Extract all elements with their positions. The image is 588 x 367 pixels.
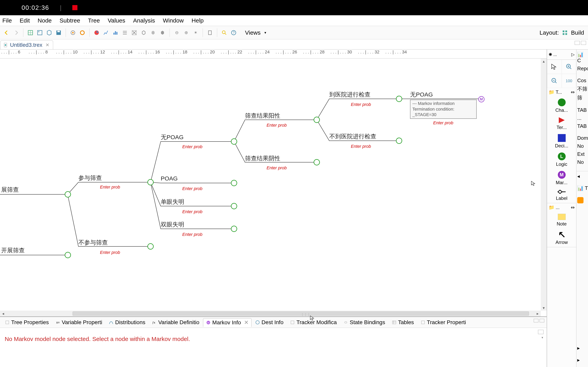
tb-m1[interactable]: ⊖ <box>173 29 181 37</box>
zoom-in-tool[interactable] <box>562 60 576 74</box>
chance-node-icon[interactable] <box>231 226 237 232</box>
node-root1[interactable]: 展筛查 <box>1 186 19 194</box>
tab-tree-properties[interactable]: Tree Properties <box>2 318 52 327</box>
close-tab-icon[interactable]: ✕ <box>45 42 49 48</box>
node-n10[interactable]: 不到医院进行检查 <box>329 133 376 141</box>
search-icon[interactable] <box>220 29 228 37</box>
menu-values[interactable]: Values <box>108 17 125 24</box>
node-n8[interactable]: 筛查结果阴性 <box>245 154 280 162</box>
chance-node-icon[interactable] <box>231 203 237 209</box>
menu-file[interactable]: File <box>2 17 12 24</box>
node-n5[interactable]: 单眼失明 <box>161 198 184 206</box>
tab-dest-info[interactable]: Dest Info <box>252 318 286 327</box>
tb-icon-1[interactable] <box>26 29 34 37</box>
enter-prob[interactable]: Enter prob <box>182 144 202 149</box>
markov-info-box[interactable]: --- Markov information Termination condi… <box>410 100 477 119</box>
pointer-tool[interactable] <box>547 60 562 74</box>
tb-icon-r1[interactable] <box>69 29 77 37</box>
menu-node[interactable]: Node <box>38 17 52 24</box>
maximize-pane-icon[interactable] <box>581 41 586 45</box>
palette-note[interactable]: Note <box>547 212 576 229</box>
tb-icon-3[interactable] <box>45 29 53 37</box>
tab-distributions[interactable]: Distributions <box>106 318 148 327</box>
tb-chart-2[interactable] <box>102 29 110 37</box>
tab-variable-properties[interactable]: x=Variable Properti <box>52 318 105 327</box>
menu-window[interactable]: Window <box>163 17 184 24</box>
tab-tables[interactable]: Tables <box>389 318 417 327</box>
enter-prob[interactable]: Enter prob <box>182 232 202 237</box>
right-c[interactable]: C <box>577 58 581 63</box>
tb-icon-2[interactable] <box>36 29 44 37</box>
right-t[interactable]: T <box>585 185 588 191</box>
chance-node-icon[interactable] <box>231 180 237 186</box>
zoom-out-tool[interactable] <box>547 74 562 88</box>
palette-terminal[interactable]: Ter... <box>547 115 576 132</box>
right-tab2[interactable]: TAB <box>577 123 587 129</box>
enter-prob[interactable]: Enter prob <box>433 120 453 125</box>
tb-chart-1[interactable] <box>93 29 101 37</box>
enter-prob[interactable]: Enter prob <box>267 123 287 128</box>
maximize-icon[interactable] <box>540 319 544 322</box>
palette-arrow[interactable]: Arrow <box>547 229 576 247</box>
right-repo[interactable]: Repo <box>577 66 588 72</box>
enter-prob[interactable]: Enter prob <box>351 144 371 149</box>
panel-menu-icon[interactable] <box>538 330 544 334</box>
save-button[interactable] <box>55 29 62 37</box>
enter-prob[interactable]: Enter prob <box>182 186 202 191</box>
minimize-pane-icon[interactable] <box>575 41 580 45</box>
expand-icon-2[interactable]: ▸ <box>577 357 580 363</box>
chance-node-icon[interactable] <box>231 138 237 145</box>
tb-icon-r2[interactable] <box>78 29 86 37</box>
menu-help[interactable]: Help <box>191 17 204 24</box>
chance-node-icon[interactable] <box>65 191 71 198</box>
palette-decision[interactable]: Deci... <box>547 132 576 150</box>
enter-prob[interactable]: Enter prob <box>100 184 120 190</box>
tab-state-bindings[interactable]: State Bindings <box>340 318 388 327</box>
horizontal-scrollbar[interactable]: ◂ ⋮⋮⋮ ▸ <box>0 311 541 317</box>
zoom-100-tool[interactable]: 100 <box>562 74 576 88</box>
expand-icon[interactable]: ▸ <box>577 345 580 351</box>
chance-node-icon[interactable] <box>147 243 154 250</box>
tb-cube-1[interactable] <box>140 29 147 37</box>
chance-node-icon[interactable] <box>65 252 71 258</box>
tree-canvas[interactable]: 展筛查 开展筛查 参与筛查 Enter prob 不参与筛查 Enter pro… <box>0 58 547 317</box>
palette-label[interactable]: Label <box>547 187 576 203</box>
node-n6[interactable]: 双眼失明 <box>161 221 184 229</box>
chance-node-icon[interactable] <box>147 179 154 185</box>
menu-edit[interactable]: Edit <box>20 17 30 24</box>
rss-icon[interactable] <box>577 197 583 203</box>
node-n9[interactable]: 到医院进行检查 <box>329 91 371 99</box>
layout-control[interactable]: Layout: Build <box>540 29 584 36</box>
tb-chart-4[interactable] <box>121 29 129 37</box>
tb-clip[interactable] <box>206 29 214 37</box>
tb-m2[interactable]: ⊕ <box>182 29 190 37</box>
chevron-right-icon[interactable]: ▷ <box>571 52 575 57</box>
right-cos[interactable]: Cos <box>577 77 586 83</box>
menu-subtree[interactable]: Subtree <box>60 17 80 24</box>
enter-prob[interactable]: Enter prob <box>100 250 120 255</box>
palette-logic[interactable]: LLogic <box>547 150 576 169</box>
enter-prob[interactable]: Enter prob <box>182 209 202 214</box>
enter-prob[interactable]: Enter prob <box>351 102 371 107</box>
document-tab[interactable]: Untitled3.trex ✕ <box>0 40 53 49</box>
palette-menu-icon[interactable]: ✺ ... <box>549 52 557 57</box>
enter-prob[interactable]: Enter prob <box>267 165 287 170</box>
chance-node-icon[interactable] <box>314 159 320 165</box>
node-n2[interactable]: 不参与筛查 <box>78 239 108 247</box>
tb-m3[interactable]: ✶ <box>192 29 199 37</box>
node-root2[interactable]: 开展筛查 <box>1 246 25 254</box>
menu-tree[interactable]: Tree <box>88 17 100 24</box>
node-n1[interactable]: 参与筛查 <box>78 174 102 182</box>
menu-analysis[interactable]: Analysis <box>133 17 155 24</box>
palette-section-title-2[interactable]: ... <box>556 205 560 210</box>
tab-tracker-properties[interactable]: Tracker Properti <box>418 318 469 327</box>
node-n11[interactable]: 无POAG <box>410 91 433 99</box>
markov-node-icon[interactable]: M <box>478 96 484 102</box>
node-n7[interactable]: 筛查结果阳性 <box>245 112 280 120</box>
tab-markov-info[interactable]: MMarkov Info✕ <box>203 318 251 327</box>
vertical-scrollbar[interactable]: ▴▾ <box>541 58 547 311</box>
node-n4[interactable]: POAG <box>161 175 178 182</box>
forward-button[interactable] <box>12 29 20 37</box>
right-tab1[interactable]: TAB <box>577 107 587 113</box>
help-icon[interactable]: ? <box>230 29 238 37</box>
